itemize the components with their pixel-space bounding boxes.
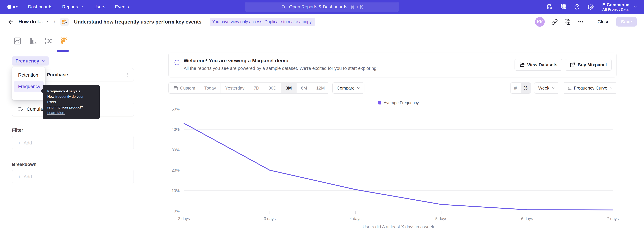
search-shortcut: ⌘ + K <box>350 4 363 10</box>
svg-text:10%: 10% <box>172 188 180 193</box>
tab-funnels[interactable] <box>28 36 38 46</box>
chevron-down-icon <box>356 86 360 90</box>
nav-item-label: Dashboards <box>28 4 52 10</box>
report-type-tabs <box>0 30 141 52</box>
apps-grid-icon[interactable] <box>560 4 566 10</box>
mixpanel-frequency-report-page: Dashboards Reports Users Events Open Rep… <box>0 0 644 236</box>
date-range-custom[interactable]: Custom <box>168 83 200 93</box>
legend-swatch <box>378 101 381 104</box>
add-label: Add <box>24 174 32 179</box>
folder-icon <box>520 62 525 68</box>
tooltip-title: Frequency Analysis <box>47 89 95 94</box>
global-search-input[interactable]: Open Reports & Dashboards ⌘ + K <box>245 2 399 12</box>
measurement-dropdown-button[interactable]: Frequency <box>12 57 49 66</box>
date-range-yesterday[interactable]: Yesterday <box>220 83 249 93</box>
date-range-12m[interactable]: 12M <box>312 83 330 93</box>
chevron-down-icon <box>609 86 613 90</box>
duplicate-icon[interactable] <box>564 19 571 25</box>
report-header-right: KK Close Save <box>535 17 636 27</box>
project-name: E-Commerce <box>602 2 629 8</box>
compare-button[interactable]: Compare <box>332 83 364 94</box>
date-range-picker: Custom Today Yesterday 7D 30D 3M 6M 12M <box>168 83 330 94</box>
banner-actions: View Datasets Buy Mixpanel <box>514 59 612 71</box>
kebab-menu-icon[interactable] <box>124 72 130 78</box>
chart-controls-left: Custom Today Yesterday 7D 30D 3M 6M 12M … <box>168 83 364 94</box>
view-only-badge[interactable]: You have view only access. Duplicate to … <box>210 18 315 26</box>
query-builder-sidebar: Frequency Purchase Retention Frequency F… <box>0 30 141 236</box>
chart-controls-right: # % Week Frequency Curve <box>510 83 617 94</box>
interval-label: Week <box>538 86 550 91</box>
copy-link-icon[interactable] <box>552 19 558 25</box>
project-selector[interactable]: E-Commerce All Project Data <box>602 2 637 12</box>
chevron-down-icon <box>80 5 84 9</box>
date-range-today[interactable]: Today <box>200 83 220 93</box>
toggle-absolute-number[interactable]: # <box>510 83 520 93</box>
close-button[interactable]: Close <box>598 19 610 25</box>
top-nav-links: Dashboards Reports Users Events <box>28 4 129 10</box>
save-button[interactable]: Save <box>616 17 636 27</box>
filter-heading: Filter <box>12 128 23 133</box>
legend-label: Average Frequency <box>384 100 419 105</box>
nav-item-users[interactable]: Users <box>94 4 105 10</box>
chevron-down-icon <box>633 5 637 9</box>
svg-text:4 days: 4 days <box>350 216 362 221</box>
mixpanel-logo-icon[interactable] <box>8 5 18 9</box>
view-datasets-button[interactable]: View Datasets <box>514 59 562 71</box>
nav-item-label: Users <box>94 4 105 10</box>
report-main-area: Welcome! You are viewing a Mixpanel demo… <box>141 30 644 236</box>
interval-dropdown[interactable]: Week <box>534 83 559 94</box>
svg-text:3 days: 3 days <box>264 216 276 221</box>
learn-more-link[interactable]: Learn More <box>47 111 65 115</box>
info-icon <box>174 60 180 66</box>
date-range-label: Custom <box>180 86 195 91</box>
tab-insights[interactable] <box>13 36 22 46</box>
top-nav-right: E-Commerce All Project Data <box>546 0 637 14</box>
back-arrow-icon[interactable] <box>8 19 14 25</box>
nav-item-dashboards[interactable]: Dashboards <box>28 4 52 10</box>
banner-title: Welcome! You are viewing a Mixpanel demo <box>184 58 288 64</box>
measurement-label: Frequency <box>16 58 39 64</box>
nav-item-events[interactable]: Events <box>115 4 129 10</box>
help-icon[interactable] <box>574 4 580 10</box>
nav-item-reports[interactable]: Reports <box>62 4 84 10</box>
data-management-icon[interactable] <box>546 4 552 10</box>
date-range-3m[interactable]: 3M <box>281 83 296 93</box>
breakdown-heading: Breakdown <box>12 162 36 167</box>
svg-text:6 days: 6 days <box>521 216 533 221</box>
report-header-bar: How do I... / Understand <box>0 14 644 30</box>
legend-item-average-frequency[interactable]: Average Frequency <box>378 100 419 105</box>
tab-flows[interactable] <box>44 36 53 46</box>
tab-retention[interactable] <box>59 36 68 46</box>
chevron-down-icon <box>45 20 49 24</box>
settings-gear-icon[interactable] <box>588 4 594 10</box>
plus-icon: + <box>18 140 21 146</box>
date-range-30d[interactable]: 30D <box>264 83 281 93</box>
report-header-left: How do I... / Understand <box>8 18 315 26</box>
frequency-analysis-tooltip: Frequency Analysis How frequently do you… <box>43 85 100 119</box>
date-range-6m[interactable]: 6M <box>296 83 312 93</box>
chart-caption: Users did A at least X days in a week <box>184 224 613 229</box>
dropdown-item-frequency[interactable]: Frequency <box>14 81 44 92</box>
avatar[interactable]: KK <box>535 17 545 27</box>
more-options-icon[interactable] <box>578 19 584 25</box>
date-range-7d[interactable]: 7D <box>249 83 264 93</box>
calendar-icon <box>173 86 178 91</box>
view-datasets-label: View Datasets <box>527 62 558 68</box>
chart-type-dropdown[interactable]: Frequency Curve <box>563 83 617 94</box>
toggle-percentage[interactable]: % <box>520 83 531 93</box>
filter-add-button[interactable]: + Add <box>12 136 134 150</box>
breadcrumb[interactable]: How do I... <box>18 19 49 25</box>
compare-label: Compare <box>336 86 354 91</box>
external-link-icon <box>570 62 575 68</box>
buy-mixpanel-button[interactable]: Buy Mixpanel <box>565 59 612 71</box>
banner-subtitle: All the reports you see are powered by a… <box>184 66 378 71</box>
search-icon <box>281 5 286 10</box>
svg-text:40%: 40% <box>172 127 180 132</box>
breakdown-add-button[interactable]: + Add <box>12 170 134 184</box>
dropdown-item-retention[interactable]: Retention <box>14 70 44 80</box>
list-check-icon <box>18 106 24 112</box>
frequency-curve-chart[interactable]: 0%10%20%30%40%50%2 days3 days4 days5 day… <box>168 106 620 223</box>
chart-type-label: Frequency Curve <box>574 86 607 91</box>
measurement-dropdown-menu: Retention Frequency <box>12 67 45 100</box>
breadcrumb-separator: / <box>54 19 55 25</box>
